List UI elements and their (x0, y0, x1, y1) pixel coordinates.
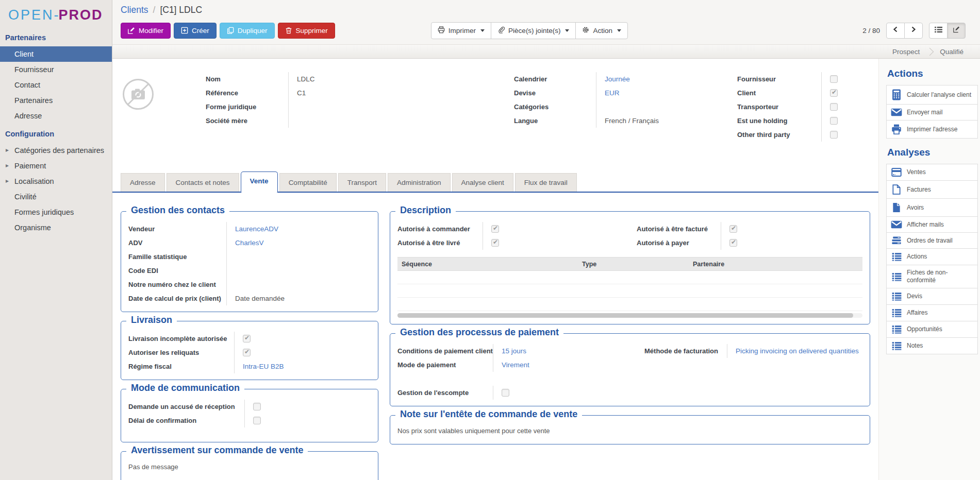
adv-value-link[interactable]: CharlesV (235, 239, 264, 247)
autorise-payer-checkbox[interactable] (729, 239, 737, 247)
sequence-column-header: Séquence (397, 261, 578, 268)
conditions-paiement-label: Conditions de paiement client (397, 347, 493, 355)
tab-administration[interactable]: Administration (388, 173, 451, 192)
autorise-facture-checkbox[interactable] (729, 225, 737, 233)
sidebar-item-organisme[interactable]: Organisme (0, 220, 112, 235)
accuse-reception-label: Demande un accusé de réception (128, 403, 244, 410)
analysis-affaires[interactable]: Affaires (886, 304, 978, 321)
pieces-jointes-dropdown[interactable]: Pièce(s) jointe(s) (491, 22, 576, 39)
sidebar-item-adresse[interactable]: Adresse (0, 108, 112, 124)
note-entete-section: Note sur l'entête de commande de vente N… (390, 415, 870, 444)
copy-icon (227, 27, 234, 34)
client-checkbox[interactable] (830, 89, 838, 97)
form-view-button[interactable] (947, 23, 966, 39)
analysis-ordres-de-travail[interactable]: Ordres de travail (886, 232, 978, 249)
autorise-commander-checkbox[interactable] (491, 225, 499, 233)
autoriser-reliquats-checkbox[interactable] (243, 349, 251, 356)
tab-transport[interactable]: Transport (338, 173, 386, 192)
analysis-ventes[interactable]: Ventes (886, 164, 978, 181)
next-record-button[interactable] (904, 23, 923, 39)
analysis-devis[interactable]: Devis (886, 288, 978, 305)
note-entete-message: Nos prix sont valables uniquement pour c… (397, 426, 862, 438)
horizontal-scrollbar (397, 313, 862, 318)
categories-label: Catégories (514, 103, 596, 111)
sidebar-item-contact[interactable]: Contact (0, 77, 112, 93)
avertissement-message: Pas de message (128, 462, 371, 474)
delai-confirmation-label: Délai de confirmation (128, 417, 244, 424)
supprimer-button[interactable]: Supprimer (278, 23, 335, 39)
other-third-party-checkbox[interactable] (830, 131, 838, 139)
sidebar-item-fournisseur[interactable]: Fournisseur (0, 62, 112, 77)
gestion-escompte-checkbox[interactable] (502, 389, 509, 397)
sidebar-item-localisation[interactable]: Localisation (0, 174, 112, 189)
fournisseur-checkbox[interactable] (830, 75, 838, 83)
mode-paiement-value-link[interactable]: Virement (502, 361, 529, 369)
autorise-livre-label: Autorisé à être livré (397, 239, 483, 247)
panel-item-label: Devis (907, 293, 922, 300)
status-step-qualifie[interactable]: Qualifié (933, 48, 971, 56)
regime-fiscal-value-link[interactable]: Intra-EU B2B (243, 363, 284, 370)
tab-flux-de-travail[interactable]: Flux de travail (515, 173, 577, 192)
sidebar-item-partenaires[interactable]: Partenaires (0, 93, 112, 108)
autorise-commander-label: Autorisé à commander (397, 225, 483, 233)
analysis-fiches-non-conformite[interactable]: Fiches de non-conformité (886, 265, 978, 288)
analysis-actions[interactable]: Actions (886, 248, 978, 265)
table-row (397, 271, 862, 284)
tab-analyse-client[interactable]: Analyse client (452, 173, 513, 192)
analysis-afficher-mails[interactable]: Afficher mails (886, 216, 978, 233)
settings-fields: Calendrier Journée Devise EUR Catégories… (514, 72, 737, 172)
dupliquer-button[interactable]: Dupliquer (220, 23, 275, 39)
methode-facturation-value-link[interactable]: Picking invoicing on delivered quantitie… (736, 347, 859, 355)
conditions-paiement-value-link[interactable]: 15 jours (502, 347, 526, 355)
accuse-reception-checkbox[interactable] (253, 403, 261, 410)
record-header: Nom LDLC Référence C1 Forme juridique So… (112, 59, 878, 172)
tab-comptabilite[interactable]: Comptabilité (279, 173, 337, 192)
calendrier-value-link[interactable]: Journée (605, 75, 630, 83)
autorise-livre-checkbox[interactable] (491, 239, 499, 247)
app-logo[interactable]: OPEN-PROD (0, 0, 112, 27)
status-step-prospect[interactable]: Prospect (885, 48, 927, 56)
imprimer-label: Imprimer (449, 27, 476, 35)
sidebar-item-categories-partenaires[interactable]: Catégories des partenaires (0, 143, 112, 158)
action-calculer-analyse-client[interactable]: Calculer l'analyse client (886, 85, 978, 105)
action-dropdown[interactable]: Action (575, 22, 628, 39)
list-icon (891, 341, 902, 350)
panel-item-label: Envoyer mail (907, 109, 942, 116)
analysis-avoirs[interactable]: Avoirs (886, 198, 978, 217)
breadcrumb-parent-link[interactable]: Clients (121, 5, 148, 15)
tab-adresse[interactable]: Adresse (121, 173, 165, 192)
nom-label: Nom (206, 75, 288, 83)
livraison-incomplete-checkbox[interactable] (243, 335, 251, 342)
processus-paiement-title: Gestion des processus de paiement (395, 327, 563, 338)
analysis-notes[interactable]: Notes (886, 337, 978, 354)
vendeur-value-link[interactable]: LaurenceADV (235, 225, 278, 233)
sidebar-item-formes-juridiques[interactable]: Formes juridiques (0, 204, 112, 220)
imprimer-dropdown[interactable]: Imprimer (431, 22, 491, 39)
scrollbar-thumb[interactable] (397, 313, 853, 318)
holding-checkbox[interactable] (830, 117, 838, 125)
date-calcul-prix-label: Date de calcul de prix (client) (128, 295, 226, 302)
action-envoyer-mail[interactable]: Envoyer mail (886, 104, 978, 121)
tab-contacts-et-notes[interactable]: Contacts et notes (167, 173, 239, 192)
analysis-factures[interactable]: Factures (886, 180, 978, 199)
analysis-opportunites[interactable]: Opportunités (886, 321, 978, 338)
modifier-button[interactable]: Modifier (121, 23, 171, 39)
tab-vente[interactable]: Vente (241, 172, 278, 193)
creer-button[interactable]: Créer (174, 23, 217, 39)
livraison-incomplete-label: Livraison incomplète autorisée (128, 335, 234, 342)
creer-label: Créer (192, 27, 209, 35)
action-imprimer-adresse[interactable]: Imprimer l'adresse (886, 120, 978, 139)
page-title: [C1] LDLC (160, 5, 202, 15)
sidebar-item-paiement[interactable]: Paiement (0, 158, 112, 174)
sidebar-item-client[interactable]: Client (0, 46, 112, 62)
transporteur-checkbox[interactable] (830, 103, 838, 111)
list-view-button[interactable] (929, 23, 948, 39)
right-panel: Actions Calculer l'analyse client Envoye… (878, 59, 980, 480)
sidebar-item-civilite[interactable]: Civilité (0, 189, 112, 204)
nom-value: LDLC (297, 75, 315, 83)
delai-confirmation-checkbox[interactable] (253, 417, 261, 424)
list-icon (891, 308, 902, 317)
no-photo-icon[interactable] (122, 78, 154, 110)
previous-record-button[interactable] (886, 23, 905, 39)
devise-value-link[interactable]: EUR (605, 89, 620, 97)
